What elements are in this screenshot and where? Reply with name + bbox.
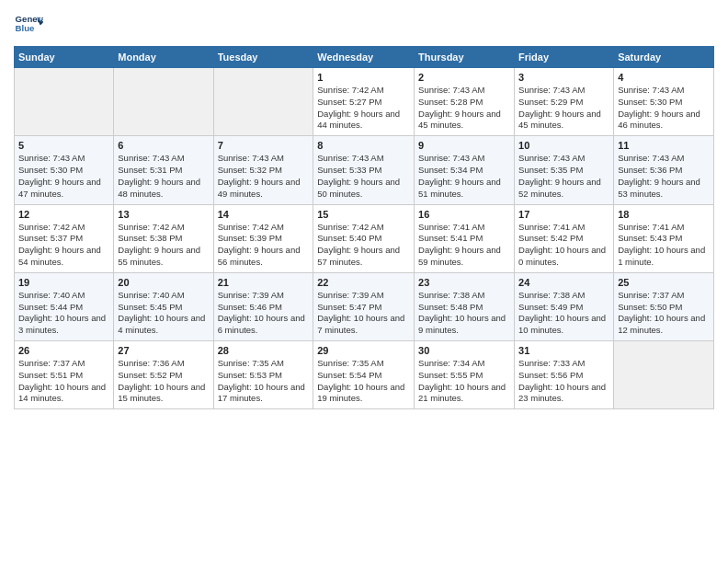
cell-details: Sunrise: 7:43 AM Sunset: 5:34 PM Dayligh…	[418, 153, 510, 200]
calendar-cell: 4Sunrise: 7:43 AM Sunset: 5:30 PM Daylig…	[614, 68, 714, 136]
weekday-row: SundayMondayTuesdayWednesdayThursdayFrid…	[15, 47, 714, 68]
day-number: 5	[18, 140, 109, 151]
cell-details: Sunrise: 7:43 AM Sunset: 5:32 PM Dayligh…	[218, 153, 310, 200]
cell-details: Sunrise: 7:36 AM Sunset: 5:52 PM Dayligh…	[118, 358, 209, 405]
day-number: 17	[518, 209, 609, 220]
calendar-cell: 10Sunrise: 7:43 AM Sunset: 5:35 PM Dayli…	[515, 136, 614, 204]
calendar-cell: 6Sunrise: 7:43 AM Sunset: 5:31 PM Daylig…	[114, 136, 213, 204]
cell-details: Sunrise: 7:43 AM Sunset: 5:30 PM Dayligh…	[618, 85, 710, 132]
cell-details: Sunrise: 7:39 AM Sunset: 5:47 PM Dayligh…	[317, 290, 410, 337]
calendar-cell: 8Sunrise: 7:43 AM Sunset: 5:33 PM Daylig…	[313, 136, 415, 204]
calendar-cell: 18Sunrise: 7:41 AM Sunset: 5:43 PM Dayli…	[614, 204, 714, 272]
calendar-cell: 21Sunrise: 7:39 AM Sunset: 5:46 PM Dayli…	[213, 272, 313, 340]
calendar-cell: 13Sunrise: 7:42 AM Sunset: 5:38 PM Dayli…	[114, 204, 213, 272]
day-number: 4	[618, 72, 710, 83]
day-number: 22	[317, 277, 410, 288]
day-number: 16	[418, 209, 510, 220]
calendar-cell: 28Sunrise: 7:35 AM Sunset: 5:53 PM Dayli…	[213, 341, 313, 409]
calendar-cell: 2Sunrise: 7:43 AM Sunset: 5:28 PM Daylig…	[415, 68, 515, 136]
calendar-cell: 12Sunrise: 7:42 AM Sunset: 5:37 PM Dayli…	[15, 204, 114, 272]
day-number: 24	[518, 277, 609, 288]
day-number: 20	[118, 277, 209, 288]
cell-details: Sunrise: 7:41 AM Sunset: 5:42 PM Dayligh…	[518, 222, 609, 269]
calendar-cell: 20Sunrise: 7:40 AM Sunset: 5:45 PM Dayli…	[114, 272, 213, 340]
calendar-cell: 25Sunrise: 7:37 AM Sunset: 5:50 PM Dayli…	[614, 272, 714, 340]
cell-details: Sunrise: 7:43 AM Sunset: 5:28 PM Dayligh…	[418, 85, 510, 132]
cell-details: Sunrise: 7:43 AM Sunset: 5:29 PM Dayligh…	[518, 85, 609, 132]
calendar-cell: 19Sunrise: 7:40 AM Sunset: 5:44 PM Dayli…	[15, 272, 114, 340]
page-header: General Blue	[14, 9, 714, 39]
calendar-cell	[114, 68, 213, 136]
weekday-header: Thursday	[415, 47, 515, 68]
day-number: 3	[518, 72, 609, 83]
calendar-week-row: 26Sunrise: 7:37 AM Sunset: 5:51 PM Dayli…	[15, 341, 714, 409]
cell-details: Sunrise: 7:38 AM Sunset: 5:48 PM Dayligh…	[418, 290, 510, 337]
cell-details: Sunrise: 7:41 AM Sunset: 5:43 PM Dayligh…	[618, 222, 710, 269]
cell-details: Sunrise: 7:38 AM Sunset: 5:49 PM Dayligh…	[518, 290, 609, 337]
weekday-header: Friday	[515, 47, 614, 68]
cell-details: Sunrise: 7:35 AM Sunset: 5:53 PM Dayligh…	[218, 358, 310, 405]
day-number: 12	[18, 209, 109, 220]
calendar-cell: 30Sunrise: 7:34 AM Sunset: 5:55 PM Dayli…	[415, 341, 515, 409]
cell-details: Sunrise: 7:34 AM Sunset: 5:55 PM Dayligh…	[418, 358, 510, 405]
svg-text:Blue: Blue	[16, 23, 35, 33]
calendar-week-row: 1Sunrise: 7:42 AM Sunset: 5:27 PM Daylig…	[15, 68, 714, 136]
cell-details: Sunrise: 7:37 AM Sunset: 5:51 PM Dayligh…	[18, 358, 109, 405]
day-number: 26	[18, 345, 109, 356]
logo-icon: General Blue	[14, 9, 43, 39]
calendar-cell	[15, 68, 114, 136]
calendar-cell: 3Sunrise: 7:43 AM Sunset: 5:29 PM Daylig…	[515, 68, 614, 136]
calendar-cell: 27Sunrise: 7:36 AM Sunset: 5:52 PM Dayli…	[114, 341, 213, 409]
cell-details: Sunrise: 7:42 AM Sunset: 5:40 PM Dayligh…	[317, 222, 410, 269]
cell-details: Sunrise: 7:42 AM Sunset: 5:38 PM Dayligh…	[118, 222, 209, 269]
day-number: 6	[118, 140, 209, 151]
day-number: 31	[518, 345, 609, 356]
calendar-cell: 31Sunrise: 7:33 AM Sunset: 5:56 PM Dayli…	[515, 341, 614, 409]
cell-details: Sunrise: 7:43 AM Sunset: 5:35 PM Dayligh…	[518, 153, 609, 200]
calendar-cell: 17Sunrise: 7:41 AM Sunset: 5:42 PM Dayli…	[515, 204, 614, 272]
day-number: 27	[118, 345, 209, 356]
day-number: 11	[618, 140, 710, 151]
calendar-week-row: 12Sunrise: 7:42 AM Sunset: 5:37 PM Dayli…	[15, 204, 714, 272]
day-number: 29	[317, 345, 410, 356]
day-number: 25	[618, 277, 710, 288]
cell-details: Sunrise: 7:42 AM Sunset: 5:37 PM Dayligh…	[18, 222, 109, 269]
weekday-header: Wednesday	[313, 47, 415, 68]
cell-details: Sunrise: 7:40 AM Sunset: 5:44 PM Dayligh…	[18, 290, 109, 337]
day-number: 19	[18, 277, 109, 288]
cell-details: Sunrise: 7:43 AM Sunset: 5:36 PM Dayligh…	[618, 153, 710, 200]
calendar-cell: 11Sunrise: 7:43 AM Sunset: 5:36 PM Dayli…	[614, 136, 714, 204]
day-number: 2	[418, 72, 510, 83]
calendar-week-row: 19Sunrise: 7:40 AM Sunset: 5:44 PM Dayli…	[15, 272, 714, 340]
calendar-cell	[614, 341, 714, 409]
day-number: 8	[317, 140, 410, 151]
day-number: 10	[518, 140, 609, 151]
calendar-cell: 1Sunrise: 7:42 AM Sunset: 5:27 PM Daylig…	[313, 68, 415, 136]
weekday-header: Saturday	[614, 47, 714, 68]
cell-details: Sunrise: 7:35 AM Sunset: 5:54 PM Dayligh…	[317, 358, 410, 405]
calendar-cell: 29Sunrise: 7:35 AM Sunset: 5:54 PM Dayli…	[313, 341, 415, 409]
calendar-cell: 22Sunrise: 7:39 AM Sunset: 5:47 PM Dayli…	[313, 272, 415, 340]
day-number: 15	[317, 209, 410, 220]
cell-details: Sunrise: 7:33 AM Sunset: 5:56 PM Dayligh…	[518, 358, 609, 405]
cell-details: Sunrise: 7:37 AM Sunset: 5:50 PM Dayligh…	[618, 290, 710, 337]
cell-details: Sunrise: 7:43 AM Sunset: 5:31 PM Dayligh…	[118, 153, 209, 200]
day-number: 30	[418, 345, 510, 356]
weekday-header: Monday	[114, 47, 213, 68]
day-number: 9	[418, 140, 510, 151]
day-number: 23	[418, 277, 510, 288]
calendar-cell	[213, 68, 313, 136]
day-number: 28	[218, 345, 310, 356]
cell-details: Sunrise: 7:42 AM Sunset: 5:39 PM Dayligh…	[218, 222, 310, 269]
weekday-header: Sunday	[15, 47, 114, 68]
cell-details: Sunrise: 7:39 AM Sunset: 5:46 PM Dayligh…	[218, 290, 310, 337]
cell-details: Sunrise: 7:42 AM Sunset: 5:27 PM Dayligh…	[317, 85, 410, 132]
calendar-table: SundayMondayTuesdayWednesdayThursdayFrid…	[14, 46, 714, 409]
calendar-cell: 23Sunrise: 7:38 AM Sunset: 5:48 PM Dayli…	[415, 272, 515, 340]
cell-details: Sunrise: 7:40 AM Sunset: 5:45 PM Dayligh…	[118, 290, 209, 337]
calendar-cell: 16Sunrise: 7:41 AM Sunset: 5:41 PM Dayli…	[415, 204, 515, 272]
calendar-cell: 7Sunrise: 7:43 AM Sunset: 5:32 PM Daylig…	[213, 136, 313, 204]
calendar-week-row: 5Sunrise: 7:43 AM Sunset: 5:30 PM Daylig…	[15, 136, 714, 204]
calendar-header: SundayMondayTuesdayWednesdayThursdayFrid…	[15, 47, 714, 68]
day-number: 7	[218, 140, 310, 151]
